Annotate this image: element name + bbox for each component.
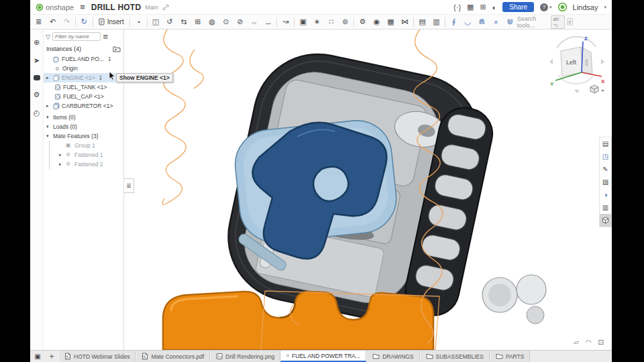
chevron-right-icon[interactable]: ▸ — [46, 103, 51, 109]
section-loads[interactable]: ▾ Loads (0) — [44, 122, 123, 131]
tab-hotd-webinar-slides[interactable]: HOTD Webinar Slides — [58, 351, 136, 362]
tree-row-carburetor[interactable]: ▸ CARBURETOR <1> — [44, 101, 123, 111]
app-store-icon[interactable]: ⊞ — [480, 3, 486, 11]
tab-manager-icon[interactable]: ▣ — [30, 351, 45, 362]
search-tools[interactable]: Search tools... alt/⌥ c — [517, 15, 610, 29]
tab-fuel-and-power-train[interactable]: FUEL AND POWER TRA... — [280, 351, 366, 362]
ball-mate-icon[interactable]: ◍ — [205, 15, 219, 29]
versions-icon[interactable]: {·} — [453, 3, 461, 11]
replicate-icon[interactable]: ∗ — [310, 15, 324, 29]
tab-mate-connectors-pdf[interactable]: Mate Connectors.pdf — [136, 351, 210, 362]
download-icon[interactable]: ↧ — [99, 75, 103, 81]
share-link-icon[interactable] — [162, 4, 169, 11]
cylinder-knobs[interactable] — [482, 275, 546, 324]
list-view-icon[interactable]: ≣ — [103, 33, 108, 40]
document-menu-icon[interactable]: ≡ — [78, 2, 87, 12]
named-views-icon[interactable]: ◑ — [600, 188, 611, 201]
sketch-spline-left[interactable] — [162, 29, 203, 204]
variables-icon[interactable]: ⊕ — [34, 39, 40, 46]
sheet-icon[interactable]: ▤ — [415, 15, 429, 29]
instances-panel-toggle-icon[interactable]: ≣ — [32, 15, 46, 29]
slider-mate-icon[interactable]: ⇆ — [176, 15, 191, 29]
tree-row-fuel-cap[interactable]: FUEL_CAP <1> — [44, 92, 123, 101]
tree-row-root-assembly[interactable]: FUEL AND PO... ↧ — [44, 54, 123, 64]
tree-row-fuel-tank[interactable]: FUEL_TANK <1> — [44, 82, 123, 92]
release-notes-icon[interactable]: ▤ — [600, 137, 611, 150]
view-menu-cube-icon[interactable] — [590, 85, 604, 93]
sim-support-icon[interactable]: ⋓ — [503, 15, 517, 29]
tab-parts-folder[interactable]: PARTS — [490, 351, 531, 362]
chevron-down-icon[interactable]: ▾ — [46, 124, 51, 129]
planar-mate-icon[interactable]: ⊞ — [191, 15, 205, 29]
user-name[interactable]: Lindsay — [573, 3, 598, 11]
chevron-down-icon[interactable]: ▾ — [46, 115, 51, 120]
stopwatch-icon[interactable]: ◴ — [34, 109, 40, 117]
mate-row-fastened-2[interactable]: ▸ ⊚ Fastened 2 — [50, 160, 123, 169]
tab-subassemblies-folder[interactable]: SUBASSEMBLIES — [420, 351, 490, 362]
revolute-mate-icon[interactable]: ↺ — [162, 15, 176, 29]
panel-collapse-handle[interactable]: ≣ — [124, 178, 134, 193]
learning-center-icon[interactable]: ◐ — [492, 3, 497, 11]
tab-drawings-folder[interactable]: DRAWINGS — [366, 351, 419, 362]
drill-assembly-model[interactable] — [124, 29, 612, 350]
filter-input[interactable] — [52, 32, 101, 41]
mate-row-group[interactable]: ▣ Group 1 — [50, 141, 123, 150]
sim-bushing-icon[interactable]: ∮ — [447, 15, 461, 29]
download-icon[interactable]: ↧ — [107, 56, 112, 62]
spreadsheet-icon[interactable]: ▦ — [467, 3, 474, 11]
configurations-icon[interactable]: ◉ — [370, 15, 384, 29]
history-icon[interactable]: ◔ — [131, 15, 146, 29]
chevron-right-icon[interactable]: ▸ — [46, 75, 51, 80]
sim-crown-icon[interactable]: ⋒ — [475, 15, 489, 29]
group-icon[interactable]: ▣ — [296, 15, 310, 29]
snap-mode-icon[interactable]: ↝ — [278, 15, 292, 29]
onshape-logo[interactable]: onshape — [36, 3, 74, 11]
in-context-icon[interactable]: ▦ — [384, 15, 398, 29]
cylindrical-mate-icon[interactable]: ⊙ — [219, 15, 233, 29]
sim-ring-icon[interactable]: ◡ — [461, 15, 475, 29]
section-items[interactable]: ▾ Items (0) — [44, 113, 123, 122]
chevron-right-icon[interactable]: ▸ — [59, 152, 64, 158]
view-cube[interactable]: Left Fro Z X Y — [549, 31, 606, 95]
sim-cross-icon[interactable]: × — [489, 15, 503, 29]
bom-icon[interactable]: ▥ — [429, 15, 443, 29]
translate-icon[interactable]: ⇔ — [247, 15, 261, 29]
section-view-icon[interactable]: ▨ — [600, 176, 611, 188]
share-button[interactable]: Share — [502, 2, 534, 12]
help-menu[interactable]: ? ▾ — [540, 3, 552, 11]
mate-icon[interactable]: ◫ — [148, 15, 162, 29]
comments-icon[interactable] — [34, 75, 40, 80]
undo-icon[interactable]: ↶ — [46, 15, 60, 29]
pin-slot-mate-icon[interactable]: ⊘ — [233, 15, 247, 29]
add-tab-button[interactable]: + — [45, 351, 58, 362]
graphics-viewport[interactable]: ≣ Left Fro Z X Y ▤ — [124, 29, 612, 350]
new-folder-icon[interactable] — [113, 46, 121, 52]
markup-icon[interactable]: ➤ — [34, 57, 40, 64]
user-avatar-logo-icon[interactable] — [558, 3, 567, 11]
filter-icon[interactable]: ▽ — [46, 34, 50, 40]
export-icon[interactable]: ⊡ — [598, 339, 604, 346]
gears-icon[interactable]: ⚙ — [34, 91, 40, 99]
performance-gauge-icon[interactable]: ◠ — [586, 339, 592, 346]
appearance-icon[interactable]: ◳ — [600, 150, 611, 163]
pattern-icon[interactable]: ∷ — [324, 15, 338, 29]
fuel-tank[interactable] — [163, 292, 433, 350]
exploded-view-icon[interactable]: ⋈ — [398, 15, 412, 29]
edit-appearance-icon[interactable]: ✎ — [600, 163, 611, 176]
chevron-right-icon[interactable]: ▸ — [59, 162, 64, 167]
workspace-name[interactable]: Main — [145, 4, 158, 11]
mate-row-fastened-1[interactable]: ▸ ⊚ Fastened 1 — [50, 150, 123, 160]
insert-button[interactable]: Insert — [95, 17, 128, 27]
chevron-down-icon[interactable]: ▾ — [46, 133, 51, 139]
view-options-icon[interactable]: ▥ — [600, 201, 611, 214]
mate-connector-icon[interactable]: ⊚ — [338, 15, 352, 29]
redo-icon[interactable]: ↷ — [60, 15, 74, 29]
layers-icon[interactable]: ▱ — [574, 339, 579, 346]
isometric-view-icon[interactable] — [600, 214, 611, 227]
section-mate-features[interactable]: ▾ Mate Features (3) — [44, 131, 123, 141]
user-menu-chevron-icon[interactable]: ▾ — [604, 5, 606, 10]
tab-drill-rendering-png[interactable]: Drill Rendering.png — [210, 351, 280, 362]
gear-icon[interactable]: ⚙ — [356, 15, 370, 29]
sync-icon[interactable]: ↻ — [77, 15, 91, 29]
width-mate-icon[interactable]: ↔ — [261, 15, 275, 29]
